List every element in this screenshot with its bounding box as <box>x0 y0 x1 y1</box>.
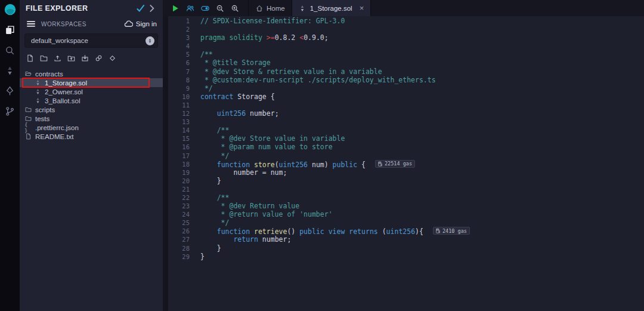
code-line[interactable]: 20 } <box>163 177 644 185</box>
tree-item[interactable]: 1_Storage.sol <box>20 78 163 87</box>
git-branch-icon[interactable] <box>5 106 16 116</box>
gas-estimate-text: 22514 gas <box>385 159 412 168</box>
code-line[interactable]: 7 * @dev Store & retrieve value in a var… <box>163 67 644 76</box>
sign-in-button[interactable]: Sign in <box>124 20 157 29</box>
line-number: 18 <box>163 160 190 168</box>
code-line[interactable]: 13 <box>163 118 644 126</box>
line-number: 8 <box>163 76 190 84</box>
code-line[interactable]: 21 <box>163 185 644 193</box>
upload-file-icon[interactable] <box>53 54 62 63</box>
editor-body[interactable]: 1// SPDX-License-Identifier: GPL-3.023pr… <box>163 16 644 311</box>
folder-icon <box>24 106 32 113</box>
code-line[interactable]: 14 /** <box>163 126 644 134</box>
close-tab-icon[interactable]: × <box>360 4 364 12</box>
code-line[interactable]: 23 * @dev Return value <box>163 202 644 210</box>
tab-1-storage-sol[interactable]: 1_Storage.sol× <box>292 0 371 16</box>
code-line[interactable]: 25 */ <box>163 218 644 227</box>
code-line[interactable]: 1// SPDX-License-Identifier: GPL-3.0 <box>163 17 644 25</box>
line-number: 11 <box>163 101 190 109</box>
workspace-dropdown[interactable]: default_workspace <box>24 33 158 48</box>
line-number: 1 <box>163 17 190 25</box>
code-line[interactable]: 28 } <box>163 244 644 253</box>
tab-strip: Home1_Storage.sol× <box>248 0 371 16</box>
code-line[interactable]: 8 * @custom:dev-run-script ./scripts/dep… <box>163 76 644 84</box>
line-number: 27 <box>163 235 190 244</box>
link-icon[interactable] <box>94 54 103 63</box>
tab-home[interactable]: Home <box>249 0 292 16</box>
code-line[interactable]: 12 uint256 number; <box>163 109 644 118</box>
tree-item[interactable]: { }.prettierrc.json <box>20 123 163 132</box>
line-number: 9 <box>163 84 190 93</box>
code-line[interactable]: 24 * @return value of 'number' <box>163 210 644 218</box>
code-area[interactable]: 1// SPDX-License-Identifier: GPL-3.023pr… <box>163 16 644 261</box>
code-line[interactable]: 4 <box>163 42 644 50</box>
solidity-icon <box>34 79 41 87</box>
tree-item[interactable]: tests <box>20 114 163 123</box>
code-line[interactable]: 15 * @dev Store value in variable <box>163 134 644 143</box>
code-line[interactable]: 11 <box>163 101 644 109</box>
editor-toolbar-icons <box>163 0 241 16</box>
deploy-icon[interactable] <box>5 85 16 96</box>
tree-item[interactable]: scripts <box>20 105 163 114</box>
code-line[interactable]: 2 <box>163 25 644 33</box>
users-icon[interactable] <box>184 2 196 14</box>
tree-item[interactable]: README.txt <box>20 132 163 141</box>
tab-label: Home <box>267 5 285 12</box>
code-line[interactable]: 22 /** <box>163 193 644 202</box>
tree-item[interactable]: 3_Ballot.sol <box>20 96 163 105</box>
file-name: 1_Storage.sol <box>45 79 87 87</box>
upload-folder-icon[interactable] <box>67 54 76 63</box>
code-line[interactable]: 26 function retrieve() public view retur… <box>163 227 644 235</box>
remix-logo-icon[interactable] <box>4 3 17 16</box>
gas-estimate-text: 2410 gas <box>442 227 467 235</box>
code-line[interactable]: 10contract Storage { <box>163 93 644 101</box>
files-icon[interactable] <box>5 24 16 35</box>
line-number: 25 <box>163 218 190 227</box>
workspace-dropdown-toggle-icon[interactable] <box>145 36 154 45</box>
line-number: 7 <box>163 67 190 76</box>
search-plus-icon[interactable] <box>228 2 241 14</box>
gist-icon[interactable] <box>108 54 117 63</box>
gas-estimate-badge: 2410 gas <box>433 227 470 235</box>
line-number: 23 <box>163 202 190 210</box>
new-file-icon[interactable] <box>26 54 35 63</box>
code-line[interactable]: 16 * @param num value to store <box>163 143 644 151</box>
workspaces-row: WORKSPACES Sign in <box>20 16 163 32</box>
code-line[interactable]: 3pragma solidity >=0.8.2 <0.9.0; <box>163 33 644 42</box>
confirm-check-icon[interactable] <box>135 3 146 14</box>
tree-item[interactable]: 2_Owner.sol <box>20 87 163 96</box>
line-number: 15 <box>163 134 190 143</box>
code-line[interactable]: 17 */ <box>163 152 644 160</box>
file-name: 3_Ballot.sol <box>45 97 80 104</box>
search-icon[interactable] <box>5 45 16 56</box>
solidity-icon <box>34 88 41 96</box>
explorer-header: FILE EXPLORER <box>20 0 163 16</box>
code-line[interactable]: 9 */ <box>163 84 644 93</box>
tree-item[interactable]: contracts <box>20 69 163 78</box>
solidity-icon <box>34 97 41 104</box>
workspace-name: default_workspace <box>31 37 145 44</box>
solidity-icon[interactable] <box>5 65 16 76</box>
code-line[interactable]: 29} <box>163 253 644 261</box>
line-number: 6 <box>163 58 190 67</box>
new-folder-icon[interactable] <box>39 54 48 63</box>
home-icon <box>255 4 263 12</box>
line-number: 21 <box>163 185 190 193</box>
file-explorer-panel: FILE EXPLORER WORKSPACES Sign in default… <box>20 0 163 311</box>
toggle-icon[interactable] <box>199 2 211 14</box>
sign-in-label: Sign in <box>136 20 157 27</box>
code-line[interactable]: 18 function store(uint256 num) public {2… <box>163 160 644 168</box>
search-minus-icon[interactable] <box>213 2 226 14</box>
activity-icons <box>5 24 16 116</box>
line-number: 16 <box>163 143 190 151</box>
line-number: 19 <box>163 168 190 177</box>
hamburger-menu-icon[interactable] <box>26 19 36 29</box>
code-line[interactable]: 19 number = num; <box>163 168 644 177</box>
play-icon[interactable] <box>169 2 181 14</box>
import-box-icon[interactable] <box>80 54 89 63</box>
code-line[interactable]: 6 * @title Storage <box>163 58 644 67</box>
line-number: 22 <box>163 193 190 202</box>
code-line[interactable]: 5/** <box>163 50 644 58</box>
expand-panel-chevron-icon[interactable] <box>146 3 157 14</box>
code-line[interactable]: 27 return number; <box>163 235 644 244</box>
